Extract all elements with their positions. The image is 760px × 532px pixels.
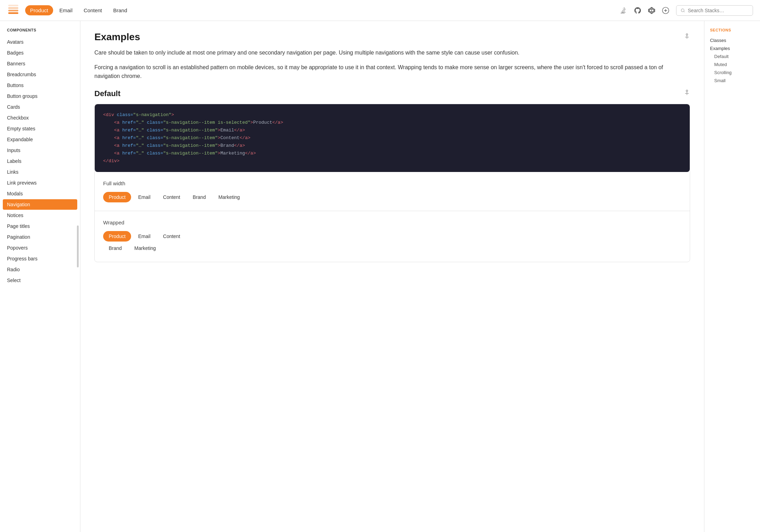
sidebar-item-inputs[interactable]: Inputs bbox=[0, 145, 80, 156]
sections-link-default[interactable]: Default bbox=[710, 52, 754, 60]
full-width-label: Full width bbox=[103, 180, 681, 186]
description-2: Forcing a navigation to scroll is an est… bbox=[94, 63, 690, 81]
anchor-icon-examples[interactable] bbox=[684, 33, 690, 41]
sections-link-examples[interactable]: Examples bbox=[710, 44, 754, 52]
nav-item-brand-fw[interactable]: Brand bbox=[187, 192, 211, 202]
nav-item-content-fw[interactable]: Content bbox=[157, 192, 186, 202]
sidebar-item-expandable[interactable]: Expandable bbox=[0, 134, 80, 145]
circle-icon[interactable] bbox=[661, 6, 671, 15]
wrapped-demo: Wrapped Product Email Content Brand Mark… bbox=[95, 211, 690, 262]
layout: COMPONENTS Avatars Badges Banners Breadc… bbox=[0, 21, 760, 532]
top-nav: Product Email Content Brand bbox=[0, 0, 760, 21]
svg-point-16 bbox=[686, 90, 688, 92]
full-width-nav: Product Email Content Brand Marketing bbox=[103, 192, 681, 202]
top-nav-icons bbox=[619, 6, 671, 15]
sidebar-item-pagination[interactable]: Pagination bbox=[0, 232, 80, 242]
sidebar-scrollbar[interactable] bbox=[77, 225, 79, 267]
wrapped-nav: Product Email Content Brand Marketing bbox=[103, 231, 187, 253]
description-1: Care should be taken to only include at … bbox=[94, 48, 690, 57]
nav-item-marketing-wr[interactable]: Marketing bbox=[129, 243, 161, 253]
full-width-demo: Full width Product Email Content Brand M… bbox=[95, 172, 690, 211]
nav-item-content-wr[interactable]: Content bbox=[157, 231, 186, 242]
sections-link-scrolling[interactable]: Scrolling bbox=[710, 69, 754, 77]
sidebar-heading: COMPONENTS bbox=[0, 28, 80, 36]
main-content: Examples Care should be taken to only in… bbox=[80, 21, 704, 532]
nav-item-product-wr[interactable]: Product bbox=[103, 231, 131, 242]
nav-item-email-wr[interactable]: Email bbox=[132, 231, 156, 242]
anchor-icon-default[interactable] bbox=[684, 89, 690, 98]
nav-item-email-fw[interactable]: Email bbox=[132, 192, 156, 202]
sidebar-item-labels[interactable]: Labels bbox=[0, 156, 80, 166]
nav-item-product-fw[interactable]: Product bbox=[103, 192, 131, 202]
top-nav-email[interactable]: Email bbox=[55, 5, 78, 15]
search-input[interactable] bbox=[688, 8, 748, 13]
nav-item-brand-wr[interactable]: Brand bbox=[103, 243, 127, 253]
codepen-icon[interactable] bbox=[647, 6, 657, 15]
sidebar-item-breadcrumbs[interactable]: Breadcrumbs bbox=[0, 69, 80, 80]
sections-link-classes[interactable]: Classes bbox=[710, 36, 754, 44]
top-nav-content[interactable]: Content bbox=[79, 5, 107, 15]
svg-rect-0 bbox=[8, 12, 19, 14]
wrapped-label: Wrapped bbox=[103, 220, 681, 225]
sidebar-item-banners[interactable]: Banners bbox=[0, 58, 80, 69]
top-nav-product[interactable]: Product bbox=[25, 5, 53, 15]
sidebar-item-select[interactable]: Select bbox=[0, 275, 80, 286]
sections-heading: SECTIONS bbox=[710, 28, 754, 32]
sidebar-item-badges[interactable]: Badges bbox=[0, 48, 80, 58]
subsection-default: Default bbox=[94, 89, 690, 98]
sidebar-item-link-previews[interactable]: Link previews bbox=[0, 178, 80, 188]
svg-rect-2 bbox=[8, 7, 19, 9]
sections-link-small[interactable]: Small bbox=[710, 77, 754, 85]
default-demo-box: <div class="s-navigation"> <a href="…" c… bbox=[94, 104, 690, 263]
code-block: <div class="s-navigation"> <a href="…" c… bbox=[95, 104, 690, 172]
sidebar-item-page-titles[interactable]: Page titles bbox=[0, 221, 80, 231]
search-icon bbox=[681, 8, 685, 13]
top-nav-brand[interactable]: Brand bbox=[108, 5, 132, 15]
sidebar-item-modals[interactable]: Modals bbox=[0, 188, 80, 199]
logo[interactable] bbox=[7, 3, 20, 17]
svg-point-14 bbox=[686, 34, 688, 35]
sidebar-item-empty-states[interactable]: Empty states bbox=[0, 123, 80, 134]
sidebar-item-popovers[interactable]: Popovers bbox=[0, 243, 80, 253]
sidebar: COMPONENTS Avatars Badges Banners Breadc… bbox=[0, 21, 80, 532]
svg-rect-1 bbox=[8, 10, 19, 12]
stack-overflow-icon[interactable] bbox=[619, 6, 629, 15]
sidebar-item-buttons[interactable]: Buttons bbox=[0, 80, 80, 91]
sidebar-item-avatars[interactable]: Avatars bbox=[0, 37, 80, 47]
sections-link-muted[interactable]: Muted bbox=[710, 60, 754, 69]
sidebar-item-radio[interactable]: Radio bbox=[0, 264, 80, 275]
search-bar[interactable] bbox=[676, 5, 753, 16]
sidebar-item-navigation[interactable]: Navigation bbox=[3, 199, 77, 210]
svg-rect-3 bbox=[8, 5, 19, 7]
sidebar-item-links[interactable]: Links bbox=[0, 167, 80, 177]
github-icon[interactable] bbox=[633, 6, 643, 15]
sidebar-item-checkbox[interactable]: Checkbox bbox=[0, 113, 80, 123]
sidebar-item-button-groups[interactable]: Button groups bbox=[0, 91, 80, 101]
top-nav-links: Product Email Content Brand bbox=[25, 5, 613, 15]
svg-point-13 bbox=[681, 9, 684, 12]
sidebar-item-notices[interactable]: Notices bbox=[0, 210, 80, 221]
section-title: Examples bbox=[94, 31, 690, 43]
sidebar-item-cards[interactable]: Cards bbox=[0, 102, 80, 112]
right-panel: SECTIONS Classes Examples Default Muted … bbox=[704, 21, 760, 532]
sidebar-item-progress-bars[interactable]: Progress bars bbox=[0, 253, 80, 264]
nav-item-marketing-fw[interactable]: Marketing bbox=[213, 192, 245, 202]
